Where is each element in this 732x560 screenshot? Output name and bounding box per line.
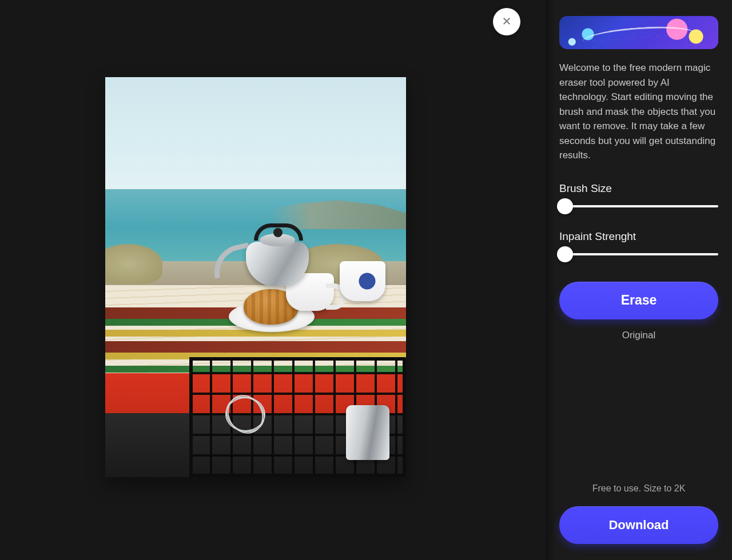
brush-size-thumb[interactable] <box>557 198 573 214</box>
download-button[interactable]: Download <box>559 506 718 544</box>
erase-button[interactable]: Erase <box>559 282 718 319</box>
inpaint-strength-slider[interactable] <box>559 253 718 255</box>
image-preview[interactable] <box>105 77 406 477</box>
inpaint-strength-label: Inpaint Strenght <box>559 230 718 243</box>
brush-size-label: Brush Size <box>559 182 718 195</box>
promo-banner <box>559 16 718 49</box>
inpaint-strength-thumb[interactable] <box>557 246 573 262</box>
footnote-text: Free to use. Size to 2K <box>559 483 718 494</box>
sidebar: Welcome to the free modern magic eraser … <box>546 0 732 560</box>
intro-text: Welcome to the free modern magic eraser … <box>559 61 718 163</box>
close-button[interactable] <box>493 8 520 35</box>
close-icon <box>502 16 512 28</box>
original-link[interactable]: Original <box>559 330 718 341</box>
brush-size-control: Brush Size <box>559 182 718 230</box>
canvas-area <box>0 0 546 560</box>
brush-size-slider[interactable] <box>559 205 718 207</box>
inpaint-strength-control: Inpaint Strenght <box>559 230 718 278</box>
